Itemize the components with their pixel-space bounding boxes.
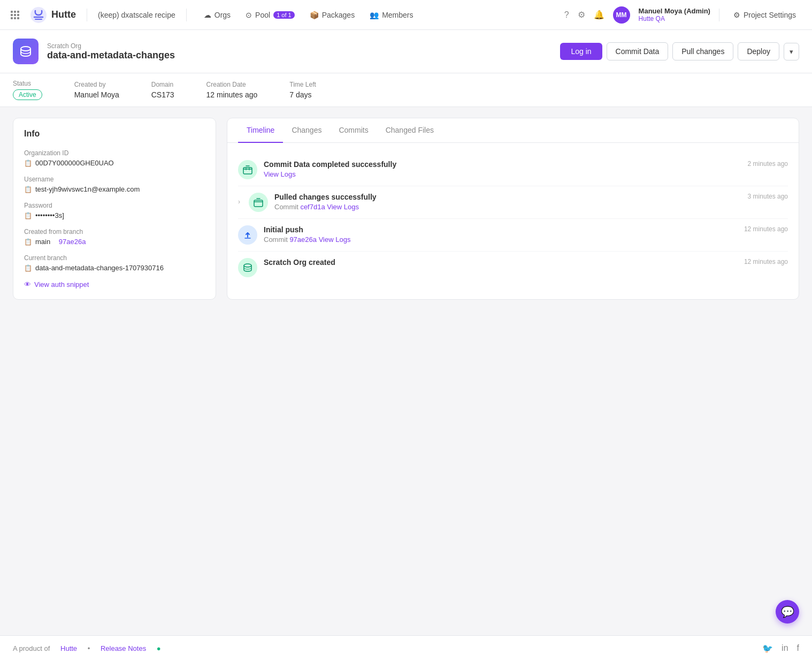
bell-icon[interactable]: 🔔 xyxy=(594,10,604,20)
user-name: Manuel Moya (Admin) xyxy=(639,7,710,15)
nav-orgs-label: Orgs xyxy=(215,11,231,19)
timeline-content-3: Initial push Commit 97ae26a View Logs xyxy=(264,225,738,244)
pool-icon: ⊙ xyxy=(246,11,252,19)
svg-rect-3 xyxy=(254,200,263,207)
project-settings-button[interactable]: ⚙ Project Settings xyxy=(728,7,801,22)
nav-divider-2 xyxy=(186,9,187,21)
copy-icon-2[interactable]: 📋 xyxy=(24,186,32,193)
footer-release-notes[interactable]: Release Notes xyxy=(101,644,146,652)
deploy-button[interactable]: Deploy xyxy=(738,42,779,60)
copy-icon[interactable]: 📋 xyxy=(24,159,32,167)
timeline-content-2: Pulled changes successfully Commit cef7d… xyxy=(274,193,741,211)
footer-social: 🐦 in f xyxy=(762,643,799,654)
created-by-value: Manuel Moya xyxy=(74,90,119,99)
tab-bar: Timeline Changes Commits Changed Files xyxy=(227,118,799,143)
tab-commits[interactable]: Commits xyxy=(330,118,377,143)
project-settings-label: Project Settings xyxy=(744,11,796,19)
tab-timeline[interactable]: Timeline xyxy=(238,118,283,143)
current-branch-value: 📋 data-and-metadata-changes-1707930716 xyxy=(24,264,205,272)
copy-icon-3[interactable]: 📋 xyxy=(24,212,32,219)
deploy-chevron[interactable]: ▾ xyxy=(784,43,799,60)
creation-date-value: 12 minutes ago xyxy=(206,90,258,99)
app-logo[interactable]: Hutte xyxy=(30,6,76,24)
nav-divider-3 xyxy=(719,9,719,21)
timeline-title-4: Scratch Org created xyxy=(264,258,738,267)
nav-divider xyxy=(87,9,87,21)
timeline-list: Commit Data completed successfully View … xyxy=(227,143,799,294)
password-value: 📋 ••••••••3s] xyxy=(24,211,205,219)
pool-badge: 1 of 1 xyxy=(273,11,295,19)
status-bar: Status Active Created by Manuel Moya Dom… xyxy=(0,73,812,107)
scratch-org-type: Scratch Org xyxy=(47,42,551,50)
nav-pool[interactable]: ⊙ Pool 1 of 1 xyxy=(239,7,301,22)
current-branch-text: data-and-metadata-changes-1707930716 xyxy=(35,264,164,272)
timeline-sub-2: Commit cef7d1a View Logs xyxy=(274,203,741,211)
pull-changes-button[interactable]: Pull changes xyxy=(672,42,733,60)
timeline-title-3: Initial push xyxy=(264,225,738,234)
status-item-time-left: Time Left 7 days xyxy=(289,81,316,99)
tab-changes[interactable]: Changes xyxy=(283,118,330,143)
facebook-icon[interactable]: f xyxy=(797,643,799,654)
nav-packages[interactable]: 📦 Packages xyxy=(303,7,361,22)
timeline-panel: Timeline Changes Commits Changed Files xyxy=(227,118,799,300)
scratch-org-header: Scratch Org data-and-metadata-changes Lo… xyxy=(0,30,812,73)
timeline-item: Scratch Org created 12 minutes ago xyxy=(238,252,788,284)
grid-menu-icon[interactable] xyxy=(11,11,19,19)
status-item-status: Status Active xyxy=(13,80,42,100)
cloud-icon: ☁ xyxy=(204,11,211,19)
branch-from-text: main xyxy=(35,238,50,246)
timeline-content-4: Scratch Org created xyxy=(264,258,738,267)
username-value: 📋 test-yjh9wivswc1n@example.com xyxy=(24,185,205,193)
scratch-actions: Log in Commit Data Pull changes Deploy ▾ xyxy=(560,42,799,60)
branch-from-spacer xyxy=(53,238,56,246)
copy-icon-4[interactable]: 📋 xyxy=(24,238,32,246)
username-field: Username 📋 test-yjh9wivswc1n@example.com xyxy=(24,176,205,193)
login-button[interactable]: Log in xyxy=(560,43,602,60)
view-logs-link-2[interactable]: View Logs xyxy=(327,203,359,211)
nav-items: ☁ Orgs ⊙ Pool 1 of 1 📦 Packages 👥 Member… xyxy=(197,7,420,22)
footer-brand-link[interactable]: Hutte xyxy=(60,644,77,652)
timeline-sub: View Logs xyxy=(264,170,741,178)
domain-label: Domain xyxy=(151,81,174,88)
timeline-time-4: 12 minutes ago xyxy=(744,258,788,265)
org-id-text: 00D7Y000000GHE0UAO xyxy=(35,159,114,167)
svg-point-1 xyxy=(21,47,30,51)
timeline-icon-db xyxy=(238,258,257,277)
chat-bubble-button[interactable]: 💬 xyxy=(776,600,799,624)
commit-hash-link-2[interactable]: 97ae26a xyxy=(289,235,317,244)
view-auth-snippet[interactable]: 👁 View auth snippet xyxy=(24,280,205,288)
view-logs-link-1[interactable]: View Logs xyxy=(264,170,296,178)
members-icon: 👥 xyxy=(370,11,379,19)
nav-members[interactable]: 👥 Members xyxy=(363,7,419,22)
timeline-icon-push xyxy=(238,225,257,245)
scratch-org-icon xyxy=(13,39,39,64)
twitter-icon[interactable]: 🐦 xyxy=(762,643,773,654)
timeline-item: Commit Data completed successfully View … xyxy=(238,154,788,186)
status-label: Status xyxy=(13,80,42,87)
timeline-sub-3: Commit 97ae26a View Logs xyxy=(264,235,738,244)
linkedin-icon[interactable]: in xyxy=(782,643,788,654)
org-id-label: Organization ID xyxy=(24,149,205,157)
chevron-expand-icon[interactable]: › xyxy=(238,193,240,206)
timeline-time: 2 minutes ago xyxy=(748,160,788,168)
timeline-title: Commit Data completed successfully xyxy=(264,160,741,169)
branch-from-label: Created from branch xyxy=(24,228,205,235)
footer-separator: • xyxy=(88,644,90,652)
main-content: Info Organization ID 📋 00D7Y000000GHE0UA… xyxy=(0,107,812,310)
timeline-time-3: 12 minutes ago xyxy=(744,225,788,233)
password-label: Password xyxy=(24,202,205,209)
view-logs-link-3[interactable]: View Logs xyxy=(319,235,351,244)
nav-pool-label: Pool xyxy=(255,11,270,19)
help-icon[interactable]: ? xyxy=(564,10,569,20)
timeline-content: Commit Data completed successfully View … xyxy=(264,160,741,178)
commit-data-button[interactable]: Commit Data xyxy=(607,42,669,60)
commit-hash-link-1[interactable]: cef7d1a xyxy=(300,203,325,211)
tab-changed-files[interactable]: Changed Files xyxy=(377,118,442,143)
copy-icon-5[interactable]: 📋 xyxy=(24,264,32,272)
gear-icon[interactable]: ⚙ xyxy=(578,10,585,20)
nav-orgs[interactable]: ☁ Orgs xyxy=(197,7,237,22)
user-avatar[interactable]: MM xyxy=(613,6,630,24)
branch-commit-link[interactable]: 97ae26a xyxy=(59,238,86,246)
user-info[interactable]: Manuel Moya (Admin) Hutte QA xyxy=(639,7,710,22)
footer-status-dot: ● xyxy=(157,644,161,652)
